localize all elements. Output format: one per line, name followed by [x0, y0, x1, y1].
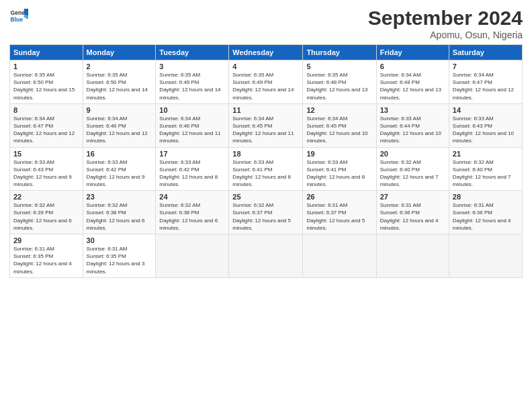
day-info: Sunrise: 6:33 AMSunset: 6:43 PMDaylight:… — [13, 158, 79, 189]
title-block: September 2024 Apomu, Osun, Nigeria — [368, 7, 523, 40]
day-number: 21 — [453, 150, 519, 158]
day-cell-18: 18Sunrise: 6:33 AMSunset: 6:41 PMDayligh… — [229, 147, 303, 191]
calendar-week-4: 22Sunrise: 6:32 AMSunset: 6:39 PMDayligh… — [10, 191, 523, 234]
day-info: Sunrise: 6:34 AMSunset: 6:46 PMDaylight:… — [87, 115, 152, 145]
empty-cell — [303, 234, 376, 278]
day-number: 17 — [159, 150, 225, 158]
day-info: Sunrise: 6:31 AMSunset: 6:36 PMDaylight:… — [380, 201, 445, 232]
day-info: Sunrise: 6:32 AMSunset: 6:37 PMDaylight:… — [232, 201, 299, 232]
col-header-wednesday: Wednesday — [229, 45, 303, 60]
day-number: 4 — [232, 62, 299, 71]
day-cell-4: 4Sunrise: 6:35 AMSunset: 6:49 PMDaylight… — [229, 60, 303, 104]
day-cell-21: 21Sunrise: 6:32 AMSunset: 6:40 PMDayligh… — [449, 147, 522, 191]
month-title: September 2024 — [368, 7, 523, 30]
day-cell-29: 29Sunrise: 6:31 AMSunset: 6:35 PMDayligh… — [10, 234, 83, 278]
day-info: Sunrise: 6:35 AMSunset: 6:49 PMDaylight:… — [159, 71, 225, 101]
day-cell-26: 26Sunrise: 6:31 AMSunset: 6:37 PMDayligh… — [303, 191, 376, 234]
day-info: Sunrise: 6:34 AMSunset: 6:48 PMDaylight:… — [380, 71, 445, 101]
day-cell-20: 20Sunrise: 6:32 AMSunset: 6:40 PMDayligh… — [376, 147, 449, 191]
day-number: 14 — [453, 106, 519, 114]
day-cell-1: 1Sunrise: 6:35 AMSunset: 6:50 PMDaylight… — [10, 60, 83, 104]
empty-cell — [449, 234, 522, 278]
day-cell-17: 17Sunrise: 6:33 AMSunset: 6:42 PMDayligh… — [156, 147, 229, 191]
day-info: Sunrise: 6:33 AMSunset: 6:44 PMDaylight:… — [380, 115, 445, 145]
day-cell-27: 27Sunrise: 6:31 AMSunset: 6:36 PMDayligh… — [376, 191, 449, 234]
day-info: Sunrise: 6:34 AMSunset: 6:47 PMDaylight:… — [13, 115, 79, 145]
day-cell-19: 19Sunrise: 6:33 AMSunset: 6:41 PMDayligh… — [303, 147, 376, 191]
day-cell-12: 12Sunrise: 6:34 AMSunset: 6:45 PMDayligh… — [303, 103, 376, 147]
day-info: Sunrise: 6:31 AMSunset: 6:36 PMDaylight:… — [453, 201, 519, 232]
location-subtitle: Apomu, Osun, Nigeria — [368, 30, 523, 40]
day-info: Sunrise: 6:33 AMSunset: 6:41 PMDaylight:… — [306, 158, 372, 189]
day-number: 6 — [380, 62, 445, 71]
calendar-week-1: 1Sunrise: 6:35 AMSunset: 6:50 PMDaylight… — [10, 60, 523, 104]
col-header-thursday: Thursday — [303, 45, 376, 60]
svg-text:Blue: Blue — [11, 16, 24, 23]
day-info: Sunrise: 6:34 AMSunset: 6:46 PMDaylight:… — [159, 115, 225, 145]
day-info: Sunrise: 6:35 AMSunset: 6:50 PMDaylight:… — [87, 71, 152, 101]
day-info: Sunrise: 6:34 AMSunset: 6:45 PMDaylight:… — [306, 115, 372, 145]
day-cell-9: 9Sunrise: 6:34 AMSunset: 6:46 PMDaylight… — [83, 103, 156, 147]
day-cell-23: 23Sunrise: 6:32 AMSunset: 6:38 PMDayligh… — [83, 191, 156, 234]
empty-cell — [156, 234, 229, 278]
day-info: Sunrise: 6:32 AMSunset: 6:38 PMDaylight:… — [87, 201, 152, 232]
day-info: Sunrise: 6:31 AMSunset: 6:37 PMDaylight:… — [306, 201, 372, 232]
logo: General Blue — [9, 7, 28, 26]
day-number: 20 — [380, 150, 445, 158]
day-cell-8: 8Sunrise: 6:34 AMSunset: 6:47 PMDaylight… — [10, 103, 83, 147]
day-number: 7 — [453, 62, 519, 71]
day-number: 26 — [306, 193, 372, 201]
day-number: 12 — [306, 106, 372, 114]
day-number: 10 — [159, 106, 225, 114]
day-info: Sunrise: 6:32 AMSunset: 6:39 PMDaylight:… — [13, 201, 79, 232]
day-number: 28 — [453, 193, 519, 201]
col-header-friday: Friday — [376, 45, 449, 60]
day-info: Sunrise: 6:34 AMSunset: 6:47 PMDaylight:… — [453, 71, 519, 101]
empty-cell — [229, 234, 303, 278]
day-info: Sunrise: 6:33 AMSunset: 6:42 PMDaylight:… — [159, 158, 225, 189]
day-info: Sunrise: 6:33 AMSunset: 6:41 PMDaylight:… — [232, 158, 299, 189]
day-number: 23 — [87, 193, 152, 201]
day-cell-2: 2Sunrise: 6:35 AMSunset: 6:50 PMDaylight… — [83, 60, 156, 104]
day-number: 11 — [232, 106, 299, 114]
day-number: 15 — [13, 150, 79, 158]
day-number: 24 — [159, 193, 225, 201]
col-header-monday: Monday — [83, 45, 156, 60]
calendar-table: SundayMondayTuesdayWednesdayThursdayFrid… — [9, 44, 523, 278]
day-cell-16: 16Sunrise: 6:33 AMSunset: 6:42 PMDayligh… — [83, 147, 156, 191]
day-number: 8 — [13, 106, 79, 114]
day-cell-25: 25Sunrise: 6:32 AMSunset: 6:37 PMDayligh… — [229, 191, 303, 234]
day-info: Sunrise: 6:35 AMSunset: 6:50 PMDaylight:… — [13, 71, 79, 101]
day-number: 18 — [232, 150, 299, 158]
day-cell-3: 3Sunrise: 6:35 AMSunset: 6:49 PMDaylight… — [156, 60, 229, 104]
day-number: 2 — [87, 62, 152, 71]
day-number: 27 — [380, 193, 445, 201]
calendar-week-2: 8Sunrise: 6:34 AMSunset: 6:47 PMDaylight… — [10, 103, 523, 147]
day-cell-15: 15Sunrise: 6:33 AMSunset: 6:43 PMDayligh… — [10, 147, 83, 191]
day-info: Sunrise: 6:33 AMSunset: 6:43 PMDaylight:… — [453, 115, 519, 145]
empty-cell — [376, 234, 449, 278]
calendar-week-3: 15Sunrise: 6:33 AMSunset: 6:43 PMDayligh… — [10, 147, 523, 191]
day-info: Sunrise: 6:34 AMSunset: 6:45 PMDaylight:… — [232, 115, 299, 145]
day-info: Sunrise: 6:33 AMSunset: 6:42 PMDaylight:… — [87, 158, 152, 189]
day-info: Sunrise: 6:35 AMSunset: 6:49 PMDaylight:… — [232, 71, 299, 101]
day-cell-5: 5Sunrise: 6:35 AMSunset: 6:48 PMDaylight… — [303, 60, 376, 104]
day-cell-22: 22Sunrise: 6:32 AMSunset: 6:39 PMDayligh… — [10, 191, 83, 234]
day-info: Sunrise: 6:32 AMSunset: 6:40 PMDaylight:… — [380, 158, 445, 189]
day-number: 13 — [380, 106, 445, 114]
day-cell-11: 11Sunrise: 6:34 AMSunset: 6:45 PMDayligh… — [229, 103, 303, 147]
day-cell-24: 24Sunrise: 6:32 AMSunset: 6:38 PMDayligh… — [156, 191, 229, 234]
day-number: 9 — [87, 106, 152, 114]
day-number: 16 — [87, 150, 152, 158]
day-info: Sunrise: 6:35 AMSunset: 6:48 PMDaylight:… — [306, 71, 372, 101]
day-info: Sunrise: 6:32 AMSunset: 6:40 PMDaylight:… — [453, 158, 519, 189]
col-header-saturday: Saturday — [449, 45, 522, 60]
day-number: 3 — [159, 62, 225, 71]
day-number: 25 — [232, 193, 299, 201]
day-cell-13: 13Sunrise: 6:33 AMSunset: 6:44 PMDayligh… — [376, 103, 449, 147]
day-number: 5 — [306, 62, 372, 71]
day-cell-30: 30Sunrise: 6:31 AMSunset: 6:35 PMDayligh… — [83, 234, 156, 278]
day-number: 1 — [13, 62, 79, 71]
col-header-tuesday: Tuesday — [156, 45, 229, 60]
calendar-week-5: 29Sunrise: 6:31 AMSunset: 6:35 PMDayligh… — [10, 234, 523, 278]
